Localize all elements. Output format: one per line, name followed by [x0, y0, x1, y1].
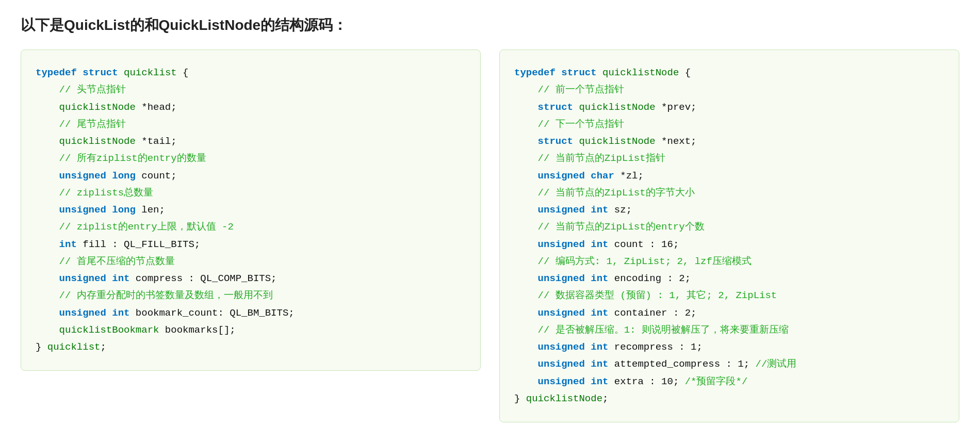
code-line: unsigned int bookmark_count: QL_BM_BITS; [36, 305, 462, 322]
code-line: unsigned int sz; [514, 202, 940, 219]
quicklistnode-code-box: typedef struct quicklistNode { // 前一个节点指… [499, 50, 959, 422]
code-line: struct quicklistNode *next; [514, 133, 940, 150]
code-line: // ziplists总数量 [36, 185, 462, 202]
code-line: // 下一个节点指针 [514, 116, 940, 133]
code-line: unsigned int recompress : 1; [514, 339, 940, 356]
code-line: unsigned int container : 2; [514, 305, 940, 322]
code-line: quicklistNode *tail; [36, 133, 462, 150]
code-line: } quicklistNode; [514, 390, 940, 407]
quicklist-code-box: typedef struct quicklist { // 头节点指针 quic… [21, 50, 481, 371]
code-line: // 是否被解压缩。1: 则说明被解压了，将来要重新压缩 [514, 322, 940, 339]
code-line: unsigned int compress : QL_COMP_BITS; [36, 270, 462, 287]
code-line: unsigned int encoding : 2; [514, 270, 940, 287]
code-line: // 前一个节点指针 [514, 81, 940, 99]
code-line: // 尾节点指针 [36, 116, 462, 133]
code-line: unsigned int attempted_compress : 1; //测… [514, 356, 940, 373]
code-line: // ziplist的entry上限，默认值 -2 [36, 219, 462, 236]
code-line: unsigned long count; [36, 168, 462, 185]
code-line: // 所有ziplist的entry的数量 [36, 150, 462, 167]
code-line: typedef struct quicklistNode { [514, 64, 940, 81]
code-line: // 当前节点的ZipList的字节大小 [514, 185, 940, 202]
page-title: 以下是QuickList的和QuickListNode的结构源码： [21, 15, 959, 35]
code-line: typedef struct quicklist { [36, 64, 462, 81]
code-line: unsigned int count : 16; [514, 236, 940, 253]
code-line: unsigned long len; [36, 202, 462, 219]
code-line: } quicklist; [36, 339, 462, 356]
code-line: unsigned char *zl; [514, 168, 940, 185]
code-panels: typedef struct quicklist { // 头节点指针 quic… [21, 50, 959, 422]
quicklistnode-code-content: typedef struct quicklistNode { // 前一个节点指… [514, 64, 940, 407]
code-line: // 当前节点的ZipList指针 [514, 150, 940, 167]
code-line: // 首尾不压缩的节点数量 [36, 253, 462, 270]
code-line: unsigned int extra : 10; /*预留字段*/ [514, 373, 940, 390]
code-line: // 头节点指针 [36, 81, 462, 99]
code-line: int fill : QL_FILL_BITS; [36, 236, 462, 253]
code-line: quicklistBookmark bookmarks[]; [36, 322, 462, 339]
quicklist-code-content: typedef struct quicklist { // 头节点指针 quic… [36, 64, 462, 356]
code-line: // 数据容器类型 (预留) : 1, 其它; 2, ZipList [514, 287, 940, 304]
code-line: // 当前节点的ZipList的entry个数 [514, 219, 940, 236]
code-line: quicklistNode *head; [36, 99, 462, 116]
code-line: // 编码方式: 1, ZipList; 2, lzf压缩模式 [514, 253, 940, 270]
code-line: // 内存重分配时的书签数量及数组，一般用不到 [36, 287, 462, 304]
code-line: struct quicklistNode *prev; [514, 99, 940, 116]
